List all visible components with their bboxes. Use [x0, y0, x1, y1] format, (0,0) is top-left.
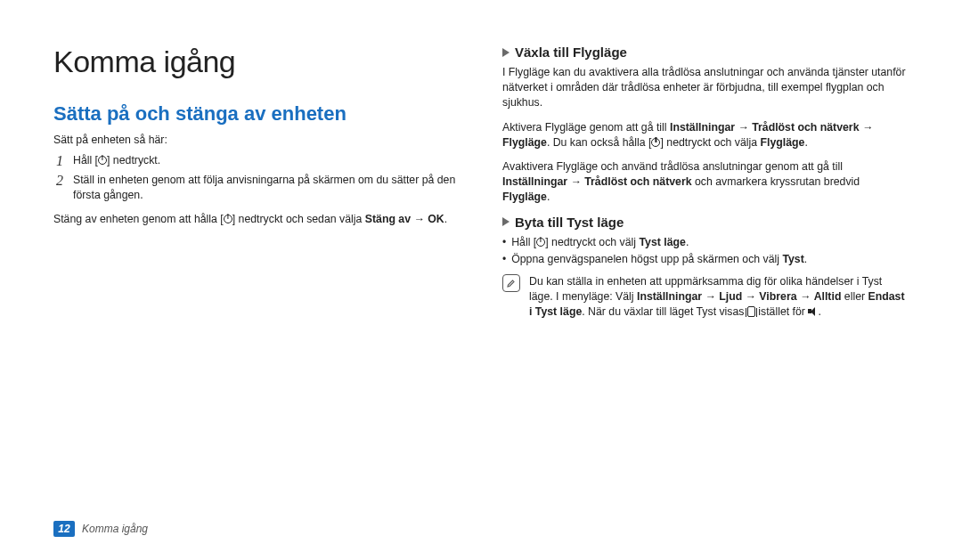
text: Avaktivera Flygläge och använd trådlösa … [502, 160, 843, 173]
power-off-paragraph: Stäng av enheten genom att hålla [] nedt… [53, 212, 460, 227]
text: Aktivera Flygläge genom att gå till [502, 121, 670, 134]
text-bold: Inställningar [502, 175, 567, 188]
text-bold: Inställningar [670, 121, 735, 134]
text-bold: OK [428, 213, 444, 225]
text-bold: Alltid [814, 290, 842, 303]
arrow: → [735, 121, 752, 134]
note-text: Du kan ställa in enheten att uppmärksamm… [529, 274, 909, 321]
page-title: Komma igång [53, 45, 460, 79]
power-intro: Sätt på enheten så här: [53, 133, 460, 148]
text: . När du växlar till läget Tyst visas [582, 305, 747, 318]
note-icon [502, 274, 520, 292]
arrow: → [797, 290, 814, 303]
silent-mode-bullets: Håll [] nedtryckt och välj Tyst läge. Öp… [502, 235, 909, 267]
left-column: Komma igång Sätta på och stänga av enhet… [53, 45, 460, 321]
arrow: → [702, 290, 719, 303]
text: . [804, 253, 807, 265]
step-number-2: 2 [53, 173, 66, 203]
text-bold: Flygläge [502, 136, 547, 149]
chevron-right-icon [502, 48, 510, 57]
vibrate-icon [747, 306, 755, 317]
section-power-on-off: Sätta på och stänga av enheten [53, 102, 460, 126]
arrow: → [411, 213, 428, 225]
text: istället för [755, 305, 808, 318]
flight-p1: I Flygläge kan du avaktivera alla trådlö… [502, 65, 909, 111]
text: Håll [ [73, 154, 98, 166]
text: . [686, 236, 689, 248]
mute-icon [808, 306, 818, 316]
step-2-text: Ställ in enheten genom att följa anvisni… [73, 173, 460, 203]
power-icon [651, 138, 660, 147]
chevron-right-icon [502, 217, 510, 226]
text: eller [841, 290, 868, 303]
page-number-badge: 12 [53, 521, 75, 537]
text-bold: Ljud [719, 290, 742, 303]
text-bold: Inställningar [637, 290, 702, 303]
footer-section-title: Komma igång [82, 523, 148, 535]
text: ] nedtryckt och välj [545, 236, 639, 248]
text: . Du kan också hålla [ [547, 136, 652, 149]
page-footer: 12 Komma igång [53, 521, 148, 537]
text-bold: Vibrera [759, 290, 796, 303]
subsection-flight-mode: Växla till Flygläge [502, 45, 909, 60]
text: Öppna genvägspanelen högst upp på skärme… [511, 253, 782, 265]
subsection-title: Byta till Tyst läge [515, 215, 624, 230]
text-bold: Trådlöst och nätverk [584, 175, 691, 188]
text: . [444, 213, 447, 225]
bullet-2-text: Öppna genvägspanelen högst upp på skärme… [511, 252, 807, 267]
power-icon [98, 156, 107, 165]
flight-p3: Avaktivera Flygläge och använd trådlösa … [502, 159, 909, 206]
bullet-1: Håll [] nedtryckt och välj Tyst läge. [502, 235, 909, 250]
two-column-layout: Komma igång Sätta på och stänga av enhet… [53, 45, 909, 321]
arrow: → [860, 121, 874, 134]
text: . [804, 136, 807, 149]
text: ] nedtryckt och välja [660, 136, 760, 149]
text-bold: Stäng av [365, 213, 411, 225]
text: Stäng av enheten genom att hålla [ [53, 213, 224, 225]
step-number-1: 1 [53, 153, 66, 169]
text-bold: Flygläge [761, 136, 805, 149]
text: . [547, 191, 550, 203]
power-icon [224, 215, 232, 223]
manual-page: Komma igång Sätta på och stänga av enhet… [0, 0, 962, 560]
arrow: → [742, 290, 759, 303]
subsection-title: Växla till Flygläge [515, 45, 627, 60]
step-2: 2 Ställ in enheten genom att följa anvis… [53, 173, 460, 203]
text-bold: Trådlöst och nätverk [752, 121, 859, 134]
bullet-2: Öppna genvägspanelen högst upp på skärme… [502, 252, 909, 267]
text: ] nedtryckt. [107, 154, 160, 166]
note-block: Du kan ställa in enheten att uppmärksamm… [502, 274, 909, 321]
subsection-silent-mode: Byta till Tyst läge [502, 215, 909, 230]
step-1-text: Håll [] nedtryckt. [73, 153, 460, 169]
text-bold: Flygläge [502, 191, 547, 203]
text-bold: Tyst läge [640, 236, 686, 248]
bullet-1-text: Håll [] nedtryckt och välj Tyst läge. [511, 235, 689, 250]
pencil-paper-icon [506, 278, 517, 288]
text: ] nedtryckt och sedan välja [232, 213, 365, 225]
text: och avmarkera kryssrutan bredvid [692, 175, 860, 188]
text: . [818, 305, 820, 318]
right-column: Växla till Flygläge I Flygläge kan du av… [502, 45, 909, 321]
text: Håll [ [511, 236, 536, 248]
power-on-steps: 1 Håll [] nedtryckt. 2 Ställ in enheten … [53, 153, 460, 203]
power-icon [536, 238, 545, 247]
flight-p2: Aktivera Flygläge genom att gå till Inst… [502, 120, 909, 150]
step-1: 1 Håll [] nedtryckt. [53, 153, 460, 169]
text-bold: Tyst [782, 253, 803, 265]
arrow: → [567, 175, 584, 188]
